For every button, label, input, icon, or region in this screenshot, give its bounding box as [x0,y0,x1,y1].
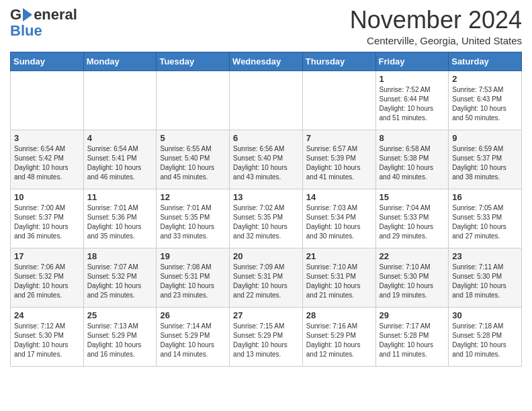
day-info: Sunrise: 7:18 AM Sunset: 5:28 PM Dayligh… [452,322,518,359]
day-number: 15 [380,192,445,202]
calendar-cell: 11Sunrise: 7:01 AM Sunset: 5:36 PM Dayli… [83,189,157,248]
day-info: Sunrise: 7:10 AM Sunset: 5:30 PM Dayligh… [380,263,445,300]
day-number: 22 [380,251,445,261]
day-number: 13 [233,192,299,202]
weekday-header-friday: Friday [375,52,449,71]
day-info: Sunrise: 7:08 AM Sunset: 5:31 PM Dayligh… [160,263,226,300]
day-info: Sunrise: 7:06 AM Sunset: 5:32 PM Dayligh… [14,263,80,300]
day-number: 30 [452,310,518,320]
day-number: 6 [233,133,299,143]
calendar-cell: 29Sunrise: 7:17 AM Sunset: 5:28 PM Dayli… [375,307,449,366]
calendar-cell: 14Sunrise: 7:03 AM Sunset: 5:34 PM Dayli… [302,189,375,248]
calendar-cell: 12Sunrise: 7:01 AM Sunset: 5:35 PM Dayli… [157,189,230,248]
calendar-cell: 27Sunrise: 7:15 AM Sunset: 5:29 PM Dayli… [230,307,303,366]
day-info: Sunrise: 7:04 AM Sunset: 5:33 PM Dayligh… [380,203,445,241]
calendar-week-2: 3Sunrise: 6:54 AM Sunset: 5:42 PM Daylig… [11,130,522,189]
day-number: 27 [233,310,299,320]
calendar-cell: 25Sunrise: 7:13 AM Sunset: 5:29 PM Dayli… [83,307,157,366]
day-info: Sunrise: 7:05 AM Sunset: 5:33 PM Dayligh… [452,203,518,241]
day-number: 24 [14,310,80,320]
weekday-header-monday: Monday [83,52,157,71]
calendar-cell: 3Sunrise: 6:54 AM Sunset: 5:42 PM Daylig… [11,130,84,189]
calendar-cell [302,71,375,130]
day-info: Sunrise: 7:11 AM Sunset: 5:30 PM Dayligh… [452,263,518,300]
day-info: Sunrise: 6:55 AM Sunset: 5:40 PM Dayligh… [160,144,226,182]
day-info: Sunrise: 6:54 AM Sunset: 5:42 PM Dayligh… [14,144,80,182]
calendar-cell: 17Sunrise: 7:06 AM Sunset: 5:32 PM Dayli… [11,248,84,307]
calendar-cell: 2Sunrise: 7:53 AM Sunset: 6:43 PM Daylig… [449,71,522,130]
calendar-week-5: 24Sunrise: 7:12 AM Sunset: 5:30 PM Dayli… [11,307,522,366]
day-info: Sunrise: 7:15 AM Sunset: 5:29 PM Dayligh… [233,322,299,359]
day-number: 7 [306,133,372,143]
day-number: 23 [452,251,518,261]
calendar-cell: 16Sunrise: 7:05 AM Sunset: 5:33 PM Dayli… [449,189,522,248]
day-info: Sunrise: 6:58 AM Sunset: 5:38 PM Dayligh… [380,144,445,182]
calendar-cell [11,71,84,130]
day-number: 14 [306,192,372,202]
weekday-header-saturday: Saturday [449,52,522,71]
day-number: 18 [87,251,153,261]
calendar-cell: 21Sunrise: 7:10 AM Sunset: 5:31 PM Dayli… [302,248,375,307]
calendar-cell: 4Sunrise: 6:54 AM Sunset: 5:41 PM Daylig… [83,130,157,189]
day-number: 10 [14,192,80,202]
calendar-cell: 6Sunrise: 6:56 AM Sunset: 5:40 PM Daylig… [230,130,303,189]
calendar-cell: 13Sunrise: 7:02 AM Sunset: 5:35 PM Dayli… [230,189,303,248]
day-info: Sunrise: 7:02 AM Sunset: 5:35 PM Dayligh… [233,203,299,241]
day-info: Sunrise: 7:10 AM Sunset: 5:31 PM Dayligh… [306,263,372,300]
day-info: Sunrise: 6:59 AM Sunset: 5:37 PM Dayligh… [452,144,518,182]
logo-general-g: G [10,7,21,23]
day-info: Sunrise: 7:53 AM Sunset: 6:43 PM Dayligh… [452,85,518,123]
day-number: 21 [306,251,372,261]
calendar-cell: 20Sunrise: 7:09 AM Sunset: 5:31 PM Dayli… [230,248,303,307]
day-info: Sunrise: 7:14 AM Sunset: 5:29 PM Dayligh… [160,322,226,359]
calendar-cell: 28Sunrise: 7:16 AM Sunset: 5:29 PM Dayli… [302,307,375,366]
calendar-cell: 7Sunrise: 6:57 AM Sunset: 5:39 PM Daylig… [302,130,375,189]
day-number: 20 [233,251,299,261]
day-number: 5 [160,133,226,143]
day-info: Sunrise: 7:16 AM Sunset: 5:29 PM Dayligh… [306,322,372,359]
header: G eneral Blue November 2024 Centerville,… [10,7,522,46]
day-number: 19 [160,251,226,261]
day-info: Sunrise: 7:01 AM Sunset: 5:35 PM Dayligh… [160,203,226,241]
calendar-cell: 24Sunrise: 7:12 AM Sunset: 5:30 PM Dayli… [11,307,84,366]
calendar: SundayMondayTuesdayWednesdayThursdayFrid… [10,52,522,367]
day-number: 3 [14,133,80,143]
day-number: 12 [160,192,226,202]
calendar-cell: 18Sunrise: 7:07 AM Sunset: 5:32 PM Dayli… [83,248,157,307]
day-info: Sunrise: 7:17 AM Sunset: 5:28 PM Dayligh… [380,322,445,359]
logo-blue-text: Blue [10,22,42,39]
calendar-header-row: SundayMondayTuesdayWednesdayThursdayFrid… [11,52,522,71]
calendar-cell [230,71,303,130]
day-info: Sunrise: 7:00 AM Sunset: 5:37 PM Dayligh… [14,203,80,241]
day-number: 2 [452,74,518,84]
calendar-cell: 30Sunrise: 7:18 AM Sunset: 5:28 PM Dayli… [449,307,522,366]
day-number: 9 [452,133,518,143]
calendar-cell: 5Sunrise: 6:55 AM Sunset: 5:40 PM Daylig… [157,130,230,189]
day-info: Sunrise: 7:52 AM Sunset: 6:44 PM Dayligh… [380,85,445,123]
calendar-cell: 9Sunrise: 6:59 AM Sunset: 5:37 PM Daylig… [449,130,522,189]
logo: G eneral Blue [10,7,77,39]
logo-general-rest: eneral [34,7,77,23]
day-number: 4 [87,133,153,143]
calendar-cell [83,71,157,130]
weekday-header-sunday: Sunday [11,52,84,71]
day-info: Sunrise: 7:12 AM Sunset: 5:30 PM Dayligh… [14,322,80,359]
title-section: November 2024 Centerville, Georgia, Unit… [350,7,522,46]
weekday-header-thursday: Thursday [302,52,375,71]
calendar-cell: 19Sunrise: 7:08 AM Sunset: 5:31 PM Dayli… [157,248,230,307]
calendar-week-1: 1Sunrise: 7:52 AM Sunset: 6:44 PM Daylig… [11,71,522,130]
location: Centerville, Georgia, United States [350,35,522,46]
day-number: 26 [160,310,226,320]
weekday-header-wednesday: Wednesday [230,52,303,71]
day-info: Sunrise: 6:57 AM Sunset: 5:39 PM Dayligh… [306,144,372,182]
day-number: 28 [306,310,372,320]
logo-triangle-icon [23,8,32,21]
calendar-cell: 10Sunrise: 7:00 AM Sunset: 5:37 PM Dayli… [11,189,84,248]
day-info: Sunrise: 7:13 AM Sunset: 5:29 PM Dayligh… [87,322,153,359]
page: G eneral Blue November 2024 Centerville,… [0,0,532,377]
month-title: November 2024 [350,7,522,34]
calendar-cell: 26Sunrise: 7:14 AM Sunset: 5:29 PM Dayli… [157,307,230,366]
weekday-header-tuesday: Tuesday [157,52,230,71]
day-number: 1 [380,74,445,84]
calendar-week-4: 17Sunrise: 7:06 AM Sunset: 5:32 PM Dayli… [11,248,522,307]
